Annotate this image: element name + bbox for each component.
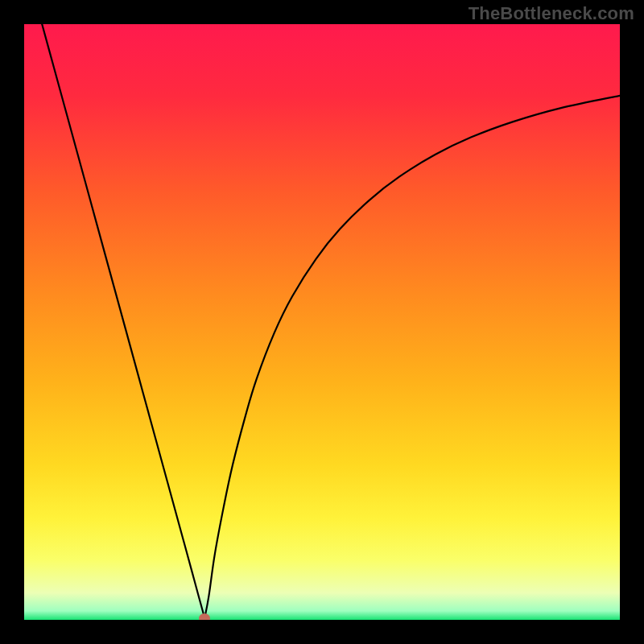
watermark-text: TheBottleneck.com: [469, 3, 634, 24]
plot-area: [24, 24, 620, 620]
bottleneck-curve: [24, 24, 620, 620]
minimum-marker-icon: [199, 613, 210, 620]
chart-frame: TheBottleneck.com: [0, 0, 644, 644]
